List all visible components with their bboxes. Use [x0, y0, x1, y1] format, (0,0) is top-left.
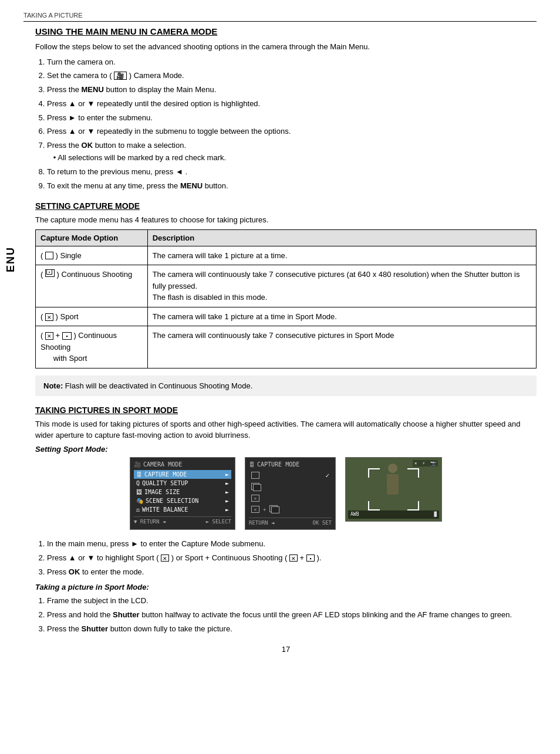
image-size-label: IMAGE SIZE	[144, 489, 180, 495]
table-cell-desc: The camera will take 1 picture at a time…	[147, 307, 536, 326]
menu-item-image-size: 🖼 IMAGE SIZE ►	[134, 488, 231, 496]
step-item: To return to the previous menu, press ◄ …	[47, 166, 537, 178]
arrow-icon: ►	[225, 489, 229, 495]
menu2-title: CAPTURE MODE	[257, 461, 299, 468]
capture-item-sport: ✕	[249, 493, 332, 503]
capture-mode-screenshot: 🎛 CAPTURE MODE ✓ ✕ ✕	[245, 457, 336, 530]
section-sport-mode: TAKING PICTURES IN SPORT MODE This mode …	[35, 405, 537, 635]
menu1-footer-left: ▼ RETURN ◄	[134, 519, 166, 525]
section2-intro: The capture mode menu has 4 features to …	[35, 214, 537, 226]
step-item: Press ► to enter the submenu.	[47, 112, 537, 124]
capture-item-sport-continuous: ✕ +	[249, 503, 332, 515]
menu1-title: CAMERA MODE	[143, 461, 182, 468]
step-item: Frame the subject in the LCD.	[47, 595, 537, 607]
sport-picture-steps: Frame the subject in the LCD. Press and …	[47, 595, 537, 635]
checkmark-icon: ✓	[325, 472, 329, 479]
quality-label: QUALITY SETUP	[142, 480, 188, 486]
step-item: In the main menu, press ► to enter the C…	[47, 538, 537, 550]
step-item: Turn the camera on.	[47, 56, 537, 69]
section-main-menu: USING THE MAIN MENU IN CAMERA MODE Follo…	[35, 26, 537, 192]
table-row: ( ) Single The camera will take 1 pictur…	[36, 246, 537, 265]
table-cell-option: ( ▪ ) Continuous Shooting	[36, 265, 148, 307]
table-cell-option: ( ✕ ) Sport	[36, 307, 148, 326]
table-cell-option: ( ✕ + ▪ ) Continuous Shooting with Sport	[36, 326, 148, 368]
arrow-icon: ►	[225, 480, 229, 486]
camera-mode-screenshot: 🎥 CAMERA MODE 🎛 CAPTURE MODE ► Q QUALITY…	[130, 457, 235, 530]
section1-steps: Turn the camera on. Set the camera to ( …	[47, 56, 537, 192]
awb-label: AWB	[350, 512, 359, 517]
sport-cont-icon1: ✕	[251, 506, 259, 513]
menu-item-capture: 🎛 CAPTURE MODE ►	[134, 470, 231, 479]
table-header-col2: Description	[147, 229, 536, 246]
capture-label: CAPTURE MODE	[144, 471, 187, 478]
capture-icon: 🎛	[136, 471, 142, 478]
table-header-col1: Capture Mode Option	[36, 229, 148, 246]
camera-bottom-bar: AWB ▓	[348, 510, 439, 519]
image-size-icon: 🖼	[136, 489, 142, 495]
continuous-icon	[251, 483, 262, 491]
step-item: Press and hold the Shutter button halfwa…	[47, 609, 537, 621]
step-item: Press ▲ or ▼ repeatedly in the submenu t…	[47, 126, 537, 138]
af-frame-topleft	[368, 468, 380, 478]
sport-mode-indicator: ✕	[414, 461, 417, 466]
af-frame-bottomleft	[368, 501, 380, 510]
menu2-footer: RETURN ◄ OK SET	[249, 518, 332, 526]
single-icon	[251, 472, 259, 479]
capture-mode-icon: 🎛	[249, 461, 255, 468]
menu2-footer-right: OK SET	[312, 520, 332, 526]
subsection2-title: Taking a picture in Sport Mode:	[35, 583, 537, 591]
screenshots-row: 🎥 CAMERA MODE 🎛 CAPTURE MODE ► Q QUALITY…	[35, 457, 537, 530]
battery-icon: ▓	[434, 512, 437, 517]
step-item: Press ▲ or ▼ repeatedly until the desire…	[47, 98, 537, 110]
sport-icon: ✕	[251, 495, 259, 502]
plus-sign: +	[263, 506, 266, 512]
step-item: Press the Shutter button down fully to t…	[47, 623, 537, 635]
sport-cont-icon2	[269, 505, 280, 513]
flash-indicator: ⚡	[422, 461, 425, 466]
table-row: ( ✕ ) Sport The camera will take 1 pictu…	[36, 307, 537, 326]
camera-view-screenshot: ✕ ⚡ 📷 AWB ▓	[345, 457, 442, 522]
sport-mode-steps: In the main menu, press ► to enter the C…	[47, 538, 537, 578]
section-capture-mode: SETTING CAPTURE MODE The capture mode me…	[35, 201, 537, 396]
arrow-icon: ►	[225, 506, 229, 513]
camera-overlay-info: ✕ ⚡ 📷	[413, 460, 438, 466]
capture-mode-table: Capture Mode Option Description ( ) Sing…	[35, 229, 537, 368]
table-cell-desc: The camera will continuously take 7 cons…	[147, 265, 536, 307]
af-frame-bottomright	[407, 501, 419, 510]
capture-item-continuous	[249, 481, 332, 493]
step-item: Press the MENU button to display the Mai…	[47, 84, 537, 96]
menu-item-scene: 🎭 SCENE SELECTION ►	[134, 496, 231, 505]
camera-icon: 🎥	[134, 461, 141, 468]
menu1-footer: ▼ RETURN ◄ ► SELECT	[134, 516, 231, 525]
wb-icon: ⚖	[136, 506, 140, 513]
page-number: 17	[35, 645, 537, 654]
menu2-footer-left: RETURN ◄	[249, 520, 274, 526]
menu-item-white-balance: ⚖ WHITE BALANCE ►	[134, 505, 231, 514]
af-frame-topright	[407, 468, 419, 478]
step-item: Set the camera to ( 🎥 ) Camera Mode.	[47, 70, 537, 82]
section1-intro: Follow the steps below to set the advanc…	[35, 41, 537, 53]
note-box: Note: Flash will be deactivated in Conti…	[35, 376, 537, 396]
table-row: ( ✕ + ▪ ) Continuous Shooting with Sport…	[36, 326, 537, 368]
section2-title: SETTING CAPTURE MODE	[35, 201, 537, 211]
section3-title: TAKING PICTURES IN SPORT MODE	[35, 405, 537, 415]
table-row: ( ▪ ) Continuous Shooting The camera wil…	[36, 265, 537, 307]
capture-item-single: ✓	[249, 470, 332, 481]
step-item: To exit the menu at any time, press the …	[47, 180, 537, 192]
side-label: ENU	[5, 246, 17, 272]
section1-title: USING THE MAIN MENU IN CAMERA MODE	[35, 26, 537, 36]
menu1-footer-right: ► SELECT	[206, 519, 231, 525]
menu-item-quality: Q QUALITY SETUP ►	[134, 479, 231, 488]
scene-label: SCENE SELECTION	[146, 498, 198, 504]
breadcrumb: TAKING A PICTURE	[23, 12, 537, 22]
section3-intro: This mode is used for taking pictures of…	[35, 418, 537, 441]
arrow-icon: ►	[225, 498, 229, 504]
table-cell-desc: The camera will take 1 picture at a time…	[147, 246, 536, 265]
arrow-icon: ►	[225, 471, 229, 478]
subject-area	[375, 464, 410, 505]
menu2-header: 🎛 CAPTURE MODE	[249, 461, 332, 468]
step-item: Press ▲ or ▼ to highlight Sport ( ✕ ) or…	[47, 552, 537, 564]
menu1-header: 🎥 CAMERA MODE	[134, 461, 231, 468]
step-item: Press OK to enter the mode.	[47, 566, 537, 579]
subsection1-title: Setting Sport Mode:	[35, 445, 537, 454]
